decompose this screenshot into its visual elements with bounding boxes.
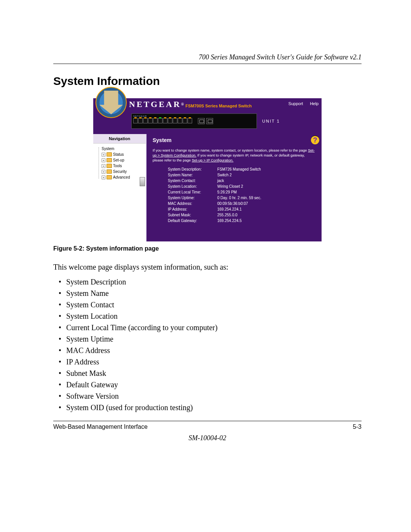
sidebar-item-label: Set-up xyxy=(113,157,124,163)
info-key: System Contact: xyxy=(168,178,217,184)
info-value: Switch 2 xyxy=(217,172,265,178)
switch-device-image: NETGEAR xyxy=(131,113,257,129)
info-key: System Location: xyxy=(168,184,217,189)
table-row: IP Address:169.254.224.1 xyxy=(168,206,265,212)
list-item: System Contact xyxy=(53,299,362,310)
list-item: System Uptime xyxy=(53,333,362,345)
device-row: NETGEAR UNIT 1 xyxy=(93,112,322,134)
list-item: IP Address xyxy=(53,356,362,367)
document-code: SM-10004-02 xyxy=(53,434,362,442)
sidebar-item-label: System xyxy=(102,146,114,152)
info-value: 255.255.0.0 xyxy=(217,212,265,218)
table-row: System Location:Wiring Closet 2 xyxy=(168,184,265,189)
expand-icon[interactable]: + xyxy=(102,170,105,174)
header-rule xyxy=(53,64,362,64)
info-key: System Name: xyxy=(168,172,217,178)
info-value: 5:26:29 PM xyxy=(217,189,265,195)
table-row: System Uptime:0 Day. 0 hr. 2 min. 59 sec… xyxy=(168,195,265,201)
info-key: System Description: xyxy=(168,166,217,172)
table-row: System Name:Switch 2 xyxy=(168,172,265,178)
list-item: System Description xyxy=(53,276,362,288)
table-row: System Contact:jack xyxy=(168,178,265,184)
sidebar-item-label: Security xyxy=(113,169,127,174)
panel-heading: System xyxy=(153,137,315,143)
switch-ports xyxy=(133,118,255,124)
link-ip-configuration[interactable]: Set-up > IP Configuration. xyxy=(192,158,233,162)
expand-icon[interactable]: + xyxy=(102,153,105,157)
product-subtitle: FSM700S Series Managed Switch xyxy=(185,104,252,108)
folder-icon xyxy=(107,158,112,162)
folder-icon xyxy=(107,175,112,179)
list-item: Software Version xyxy=(53,390,362,402)
footer-left: Web-Based Management Interface xyxy=(53,423,148,430)
footer-page-number: 5-3 xyxy=(353,423,362,430)
list-item: System Location xyxy=(53,310,362,322)
body-paragraph: This welcome page displays system inform… xyxy=(53,263,362,272)
sidebar-item-system[interactable]: System xyxy=(102,146,144,152)
table-row: Subnet Mask:255.255.0.0 xyxy=(168,212,265,218)
info-key: MAC Address: xyxy=(168,201,217,206)
info-value: 0 Day. 0 hr. 2 min. 59 sec. xyxy=(217,195,265,201)
brand-reg: ® xyxy=(181,102,184,106)
list-item: System OID (used for production testing) xyxy=(53,402,362,413)
help-link[interactable]: Help xyxy=(310,101,319,106)
list-item: Subnet Mask xyxy=(53,367,362,379)
sidebar-item-label: Advanced xyxy=(113,174,130,180)
tree-root: System + Status + Set-up xyxy=(97,146,144,180)
list-item: System Name xyxy=(53,288,362,299)
sidebar-title: Navigation xyxy=(93,134,146,144)
table-row: Default Gateway:169.254.224.5 xyxy=(168,218,265,224)
footer-rule xyxy=(53,421,362,421)
feature-bullet-list: System DescriptionSystem NameSystem Cont… xyxy=(53,276,362,413)
section-title: System Information xyxy=(53,75,362,88)
expand-icon[interactable]: + xyxy=(102,158,105,162)
expand-icon[interactable]: + xyxy=(102,176,105,179)
folder-icon xyxy=(107,164,112,168)
uplink-port xyxy=(206,118,213,124)
info-value: 169.254.224.5 xyxy=(217,218,265,224)
sidebar-item-security[interactable]: + Security xyxy=(102,169,144,174)
info-key: Current Local Time: xyxy=(168,189,217,195)
system-info-table: System Description:FSM726 Managed Switch… xyxy=(168,166,265,224)
screenshot-container: NETGEAR® FSM700S Series Managed Switch S… xyxy=(93,98,322,241)
device-label: NETGEAR xyxy=(133,115,255,117)
unit-label: UNIT 1 xyxy=(262,119,280,123)
brand-logo: NETGEAR® xyxy=(127,100,184,109)
info-value: 00:09:5b:36:b0:07 xyxy=(217,201,265,206)
support-link[interactable]: Support xyxy=(288,101,303,106)
expand-icon[interactable]: + xyxy=(102,164,105,168)
sidebar-item-status[interactable]: + Status xyxy=(102,152,144,157)
info-value: FSM726 Managed Switch xyxy=(217,166,265,172)
navigation-sidebar: Navigation System + Status + xyxy=(93,134,147,241)
sidebar-item-label: Tools xyxy=(113,163,122,169)
table-row: Current Local Time:5:26:29 PM xyxy=(168,189,265,195)
info-value: 169.254.224.1 xyxy=(217,206,265,212)
info-value: jack xyxy=(217,178,265,184)
sidebar-item-advanced[interactable]: + Advanced xyxy=(102,174,144,180)
table-row: MAC Address:00:09:5b:36:b0:07 xyxy=(168,201,265,206)
main-panel: ? System If you want to change system na… xyxy=(147,134,322,241)
list-item: MAC Address xyxy=(53,345,362,356)
figure-caption: Figure 5-2: System information page xyxy=(53,245,362,252)
sidebar-item-label: Status xyxy=(113,152,124,157)
info-key: System Uptime: xyxy=(168,195,217,201)
nav-tree: System + Status + Set-up xyxy=(93,144,146,182)
folder-icon xyxy=(107,169,112,174)
app-header: NETGEAR® FSM700S Series Managed Switch S… xyxy=(93,98,322,112)
folder-icon xyxy=(107,152,112,157)
sidebar-item-setup[interactable]: + Set-up xyxy=(102,157,144,163)
page-header: 700 Series Managed Switch User's Guide f… xyxy=(53,53,362,61)
uplink-port xyxy=(198,118,205,124)
sidebar-item-tools[interactable]: + Tools xyxy=(102,163,144,169)
scrollbar-thumb[interactable] xyxy=(140,177,145,186)
page-footer: Web-Based Management Interface 5-3 xyxy=(53,423,362,430)
list-item: Current Local Time (according to your co… xyxy=(53,322,362,333)
info-value: Wiring Closet 2 xyxy=(217,184,265,189)
info-key: Subnet Mask: xyxy=(168,212,217,218)
context-help-icon[interactable]: ? xyxy=(311,136,319,144)
intro-text: If you want to change system name, syste… xyxy=(153,148,315,163)
brand-text: NETGEAR xyxy=(129,99,181,109)
intro-segment: If you want to change system name, syste… xyxy=(153,148,308,152)
list-item: Default Gateway xyxy=(53,379,362,390)
table-row: System Description:FSM726 Managed Switch xyxy=(168,166,265,172)
